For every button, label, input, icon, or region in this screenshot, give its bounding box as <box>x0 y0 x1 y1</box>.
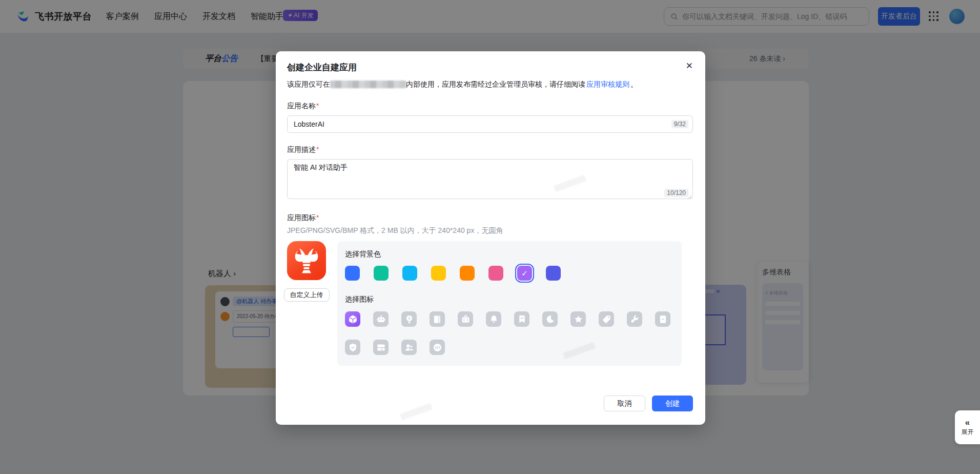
color-swatch-green[interactable] <box>374 266 389 281</box>
color-swatch-pink[interactable] <box>488 266 503 281</box>
app-icon-option-bell[interactable] <box>486 311 501 327</box>
expand-widget[interactable]: « 展开 <box>955 410 980 444</box>
app-icon-option-document[interactable] <box>655 311 670 327</box>
custom-upload-button[interactable]: 自定义上传 <box>284 288 330 302</box>
app-icon-option-cube[interactable] <box>345 311 360 327</box>
app-icon-option-people[interactable] <box>401 340 417 355</box>
close-icon[interactable]: ✕ <box>686 62 693 70</box>
color-swatch-indigo[interactable] <box>546 266 561 281</box>
app-icon-option-robot[interactable] <box>373 311 389 327</box>
color-swatch-row: ✓ <box>345 266 674 281</box>
page: 飞书开放平台 客户案例 应用中心 开发文档 智能助手 ✦AI 开发 开发者后台 … <box>0 0 980 474</box>
icon-format-hint: JPEG/PNG/SVG/BMP 格式，2 MB 以内，大于 240*240 p… <box>287 226 693 235</box>
color-swatch-blue[interactable] <box>345 266 360 281</box>
modal-description: 该应用仅可在内部使用，应用发布需经过企业管理员审核，请仔细阅读应用审核规则。 <box>287 79 693 89</box>
lobster-app-icon <box>287 241 326 280</box>
color-swatch-purple[interactable]: ✓ <box>517 266 532 281</box>
icon-choice-label: 选择图标 <box>345 295 674 304</box>
app-desc-label: 应用描述* <box>287 145 693 154</box>
create-button[interactable]: 创建 <box>652 396 693 411</box>
app-icon-option-code[interactable] <box>430 340 445 355</box>
name-char-counter: 9/32 <box>671 120 688 128</box>
app-icon-option-briefcase[interactable] <box>458 311 473 327</box>
modal-footer: 取消 创建 <box>604 396 693 411</box>
check-icon: ✓ <box>517 266 532 281</box>
app-icon-option-shield-check[interactable] <box>345 340 360 355</box>
app-icon-label: 应用图标* <box>287 213 693 223</box>
icon-picker-area: 自定义上传 选择背景色 ✓ 选择图标 <box>287 241 693 366</box>
app-icon-option-star[interactable] <box>570 311 586 327</box>
review-rules-link[interactable]: 应用审核规则 <box>586 80 629 88</box>
app-icon-option-layout[interactable] <box>373 340 389 355</box>
app-icon-option-bookmark-check[interactable] <box>514 311 529 327</box>
app-name-label: 应用名称* <box>287 102 693 111</box>
app-icon-option-moon[interactable] <box>542 311 558 327</box>
modal-title: 创建企业自建应用 <box>287 62 693 73</box>
desc-char-counter: 10/120 <box>664 189 688 197</box>
color-swatch-orange[interactable] <box>460 266 475 281</box>
app-icon-option-wrench[interactable] <box>627 311 642 327</box>
app-icon-option-tag[interactable] <box>599 311 614 327</box>
color-swatch-yellow[interactable] <box>431 266 446 281</box>
icon-style-panel: 选择背景色 ✓ 选择图标 <box>337 241 682 366</box>
expand-label: 展开 <box>962 428 974 437</box>
bg-color-label: 选择背景色 <box>345 250 674 259</box>
redacted-org-name <box>330 81 406 88</box>
cancel-button[interactable]: 取消 <box>604 396 645 411</box>
collapse-icon: « <box>965 418 970 427</box>
watermark <box>400 403 433 420</box>
color-swatch-cyan[interactable] <box>402 266 417 281</box>
create-app-modal: 创建企业自建应用 ✕ 该应用仅可在内部使用，应用发布需经过企业管理员审核，请仔细… <box>276 51 705 425</box>
app-desc-textarea[interactable]: 智能 AI 对话助手 <box>287 159 693 199</box>
app-name-input[interactable] <box>287 115 693 133</box>
icon-grid <box>345 311 674 355</box>
app-icon-option-bulb[interactable] <box>401 311 417 327</box>
app-icon-option-notebook[interactable] <box>430 311 445 327</box>
